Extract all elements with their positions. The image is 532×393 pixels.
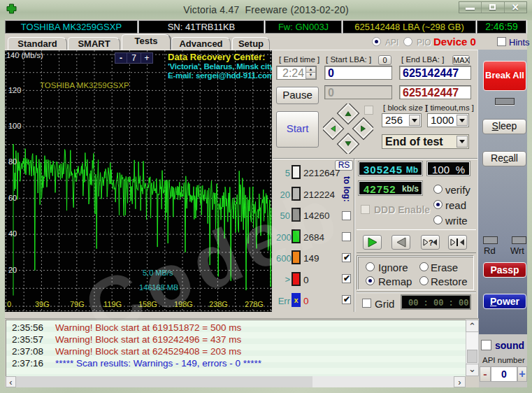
svg-text:?: ? bbox=[429, 238, 433, 247]
